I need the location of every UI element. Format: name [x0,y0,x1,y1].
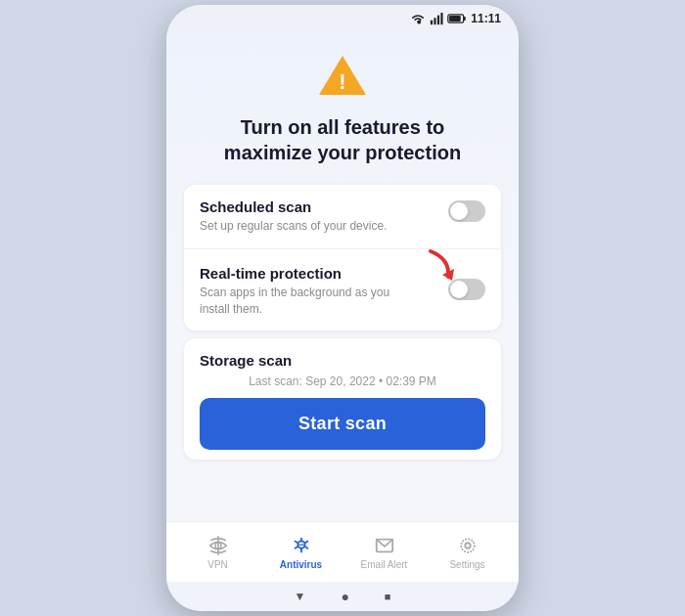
start-scan-button[interactable]: Start scan [200,398,485,450]
nav-item-email-alert[interactable]: Email Alert [355,535,414,570]
android-nav: ▼ ● ■ [166,582,519,611]
svg-rect-6 [449,16,461,22]
signal-icon [430,12,443,25]
realtime-protection-card: Real-time protection Scan apps in the ba… [184,251,501,331]
scheduled-scan-title: Scheduled scan [200,198,448,215]
svg-line-16 [304,546,307,548]
scheduled-scan-desc: Set up regular scans of your device. [200,218,405,235]
scheduled-scan-text: Scheduled scan Set up regular scans of y… [200,198,448,235]
realtime-protection-text: Real-time protection Scan apps in the ba… [200,265,448,318]
svg-rect-2 [437,16,439,25]
android-back-button[interactable]: ▼ [294,590,305,603]
main-content: ! Turn on all features to maximize your … [166,32,519,521]
svg-rect-3 [441,13,443,24]
svg-line-14 [304,541,307,543]
feature-cards: Scheduled scan Set up regular scans of y… [184,185,501,330]
android-recents-button[interactable]: ■ [385,591,391,602]
nav-item-antivirus[interactable]: Antivirus [272,535,331,570]
status-bar: 11:11 [166,5,519,32]
realtime-protection-title: Real-time protection [200,265,448,282]
warning-icon: ! [317,52,368,97]
svg-line-13 [295,541,297,543]
status-time: 11:11 [471,12,501,25]
nav-vpn-label: VPN [207,559,228,570]
nav-antivirus-label: Antivirus [280,559,322,570]
settings-icon [457,535,479,556]
nav-email-alert-label: Email Alert [361,559,408,570]
nav-item-vpn[interactable]: VPN [189,535,248,570]
last-scan-text: Last scan: Sep 20, 2022 • 02:39 PM [200,374,485,388]
svg-rect-5 [464,17,466,21]
vpn-icon [207,535,229,556]
warning-container: ! [317,52,368,101]
page-title: Turn on all features to maximize your pr… [224,114,461,165]
scheduled-scan-toggle[interactable] [448,200,485,222]
phone-frame: 11:11 ! Turn on all features to maximize… [166,5,519,611]
bottom-nav: VPN Antivirus Email Alert [166,521,519,582]
svg-rect-0 [431,21,433,24]
svg-rect-1 [434,18,436,24]
battery-icon [447,13,467,24]
email-alert-icon [374,535,395,556]
svg-text:!: ! [339,69,345,94]
realtime-protection-desc: Scan apps in the background as you insta… [200,285,405,318]
antivirus-icon [291,535,312,556]
status-icons: 11:11 [410,12,501,25]
storage-scan-card: Storage scan Last scan: Sep 20, 2022 • 0… [184,338,501,460]
svg-line-15 [295,546,297,548]
android-home-button[interactable]: ● [341,589,348,604]
storage-scan-title: Storage scan [200,352,485,369]
scheduled-scan-card: Scheduled scan Set up regular scans of y… [184,185,501,249]
wifi-icon [410,12,426,25]
nav-item-settings[interactable]: Settings [438,535,497,570]
svg-point-20 [465,543,471,549]
nav-settings-label: Settings [449,559,484,570]
realtime-protection-toggle[interactable] [448,279,485,300]
